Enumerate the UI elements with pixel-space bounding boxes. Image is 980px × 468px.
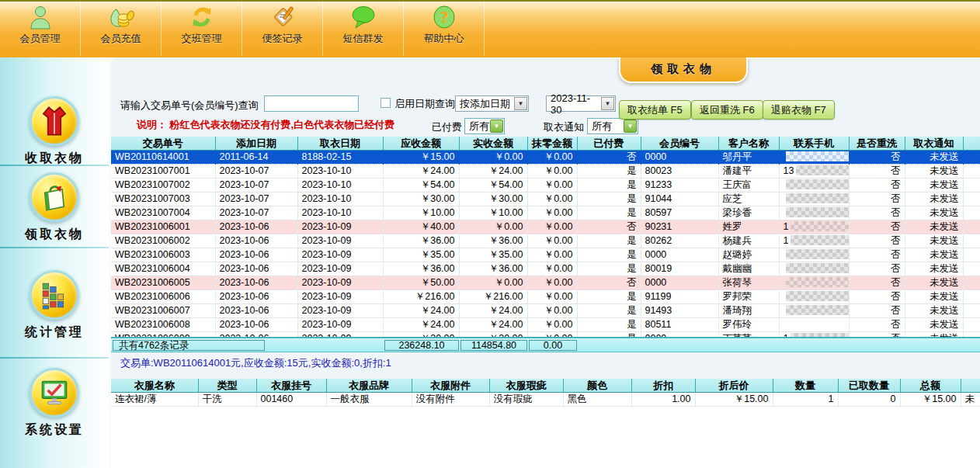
chevron-down-icon: ▼	[514, 97, 527, 110]
column-header[interactable]: 颜色	[563, 379, 631, 392]
table-row[interactable]: WB202310060072023-10-062023-10-09￥24.00￥…	[111, 303, 980, 317]
search-label: 请输入交易单号(会员编号)查询	[120, 99, 259, 113]
column-header[interactable]: 是否重洗	[849, 137, 905, 150]
phone-redacted	[786, 291, 850, 301]
date-mode-select[interactable]: 按添加日期 ▼	[455, 95, 529, 112]
column-header[interactable]: 类型	[198, 379, 256, 392]
table-row[interactable]: WB202310070022023-10-072023-10-10￥54.00￥…	[111, 178, 980, 192]
sidebar-divider	[0, 247, 109, 248]
column-header[interactable]: 总额	[900, 379, 961, 392]
toolbar-shift-management[interactable]: 交班管理	[162, 2, 242, 56]
date-picker[interactable]: 2023-11-30 ▼	[546, 95, 616, 112]
sidebar-item-system-settings[interactable]: 系统设置	[0, 360, 109, 439]
column-header[interactable]	[961, 379, 980, 392]
column-header[interactable]: 衣服附件	[412, 379, 489, 392]
column-header[interactable]: 实收金额	[459, 137, 527, 150]
column-header[interactable]: 衣服挂号	[256, 379, 326, 392]
selected-order-info: 交易单:WB20110614001元,应收金额:15元,实收金额:0,折扣:1	[120, 356, 391, 370]
chevron-down-icon: ▼	[601, 97, 614, 110]
table-row[interactable]: WB202310070042023-10-072023-10-10￥10.00￥…	[111, 206, 980, 220]
date-mode-value: 按添加日期	[460, 97, 510, 111]
column-header[interactable]: 取衣日期	[297, 137, 383, 150]
toolbar-help-center[interactable]: ? 帮助中心	[404, 2, 485, 56]
phone-redacted	[786, 179, 850, 189]
phone-redacted	[786, 193, 850, 203]
column-header[interactable]: 取衣通知	[905, 137, 963, 150]
shift-icon	[188, 4, 216, 30]
sidebar-item-label: 领取衣物	[25, 227, 84, 243]
column-header[interactable]: 衣服品牌	[326, 379, 412, 392]
top-banner: 会员管理 会员充值 交班管理 便签记录	[0, 0, 980, 57]
pickup-clothes-icon	[30, 172, 79, 222]
refund-clothes-button[interactable]: 退赔衣物 F7	[763, 100, 835, 120]
table-row[interactable]: WB202310060082023-10-062023-10-09￥24.00￥…	[111, 317, 980, 331]
table-row[interactable]: WB202310060092023-10-062023-10-09￥30.00￥…	[111, 331, 980, 338]
column-header[interactable]: 已取数量	[838, 379, 900, 392]
phone-redacted	[786, 277, 850, 287]
rewash-button[interactable]: 返回重洗 F6	[691, 100, 763, 120]
column-header[interactable]: 已付费	[577, 137, 641, 150]
notice-filter-value: 所有	[592, 120, 612, 133]
column-header[interactable]: 折扣	[631, 379, 695, 392]
main-panel: 请输入交易单号(会员编号)查询 说明： 粉红色代表衣物还没有付费,白色代表衣物已…	[111, 57, 980, 468]
bottom-background	[111, 407, 980, 468]
phone-redacted	[786, 151, 850, 161]
table-row[interactable]: WB202310060032023-10-062023-10-09￥35.00￥…	[111, 248, 980, 262]
table-row[interactable]: WB202310070012023-10-072023-10-10￥24.00￥…	[111, 164, 980, 178]
toolbar-member-recharge[interactable]: 会员充值	[81, 2, 162, 56]
notice-filter-select[interactable]: 所有 ▼	[587, 118, 638, 134]
date-value: 2023-11-30	[551, 92, 601, 116]
sidebar-divider	[0, 357, 109, 359]
paid-filter-label: 已付费	[432, 120, 462, 134]
help-icon: ?	[430, 4, 458, 30]
sidebar-item-statistics[interactable]: 统计管理	[0, 248, 109, 341]
table-row[interactable]: WB202310060042023-10-062023-10-09￥36.00￥…	[111, 262, 980, 276]
toolbar-member-management[interactable]: 会员管理	[0, 2, 81, 56]
sidebar-item-pickup-clothes[interactable]: 领取衣物	[0, 166, 109, 243]
column-header[interactable]: 折后价	[695, 379, 773, 392]
toolbar-item-label: 会员管理	[20, 32, 61, 46]
receive-clothes-icon	[30, 96, 79, 146]
column-header[interactable]: 交易单号	[111, 137, 215, 150]
toolbar-note-records[interactable]: 便签记录	[242, 2, 323, 56]
toolbar-item-label: 帮助中心	[424, 32, 464, 46]
table-row[interactable]: WB202310060022023-10-062023-10-09￥36.00￥…	[111, 234, 980, 248]
orders-table: 交易单号添加日期取衣日期应收金额实收金额抹零金额已付费会员编号客户名称联系手机是…	[111, 137, 980, 338]
search-input[interactable]	[264, 95, 359, 112]
phone-redacted	[791, 221, 849, 231]
table-row[interactable]: WB201106140012011-06-148188-02-15￥15.00￥…	[111, 150, 980, 164]
sidebar-item-receive-clothes[interactable]: 收取衣物	[0, 75, 109, 167]
table-row[interactable]: WB202310060012023-10-062023-10-09￥40.00￥…	[111, 220, 980, 234]
main-toolbar: 会员管理 会员充值 交班管理 便签记录	[0, 2, 485, 59]
table-row[interactable]: 连衣裙/薄干洗001460一般衣服没有附件没有瑕疵黑色1.00￥15.0010￥…	[111, 392, 980, 406]
paid-filter-select[interactable]: 所有 ▼	[464, 118, 505, 134]
table-row[interactable]: WB202310070032023-10-072023-10-10￥30.00￥…	[111, 192, 980, 206]
settings-icon	[30, 368, 79, 418]
enable-date-label: 启用日期查询	[394, 97, 455, 111]
column-header[interactable]: 抹零金额	[527, 137, 577, 150]
enable-date-checkbox[interactable]	[381, 98, 391, 108]
column-header[interactable]: 联系手机	[779, 137, 849, 150]
svg-text:?: ?	[440, 9, 448, 26]
column-header[interactable]	[963, 137, 980, 150]
paid-filter-value: 所有	[469, 120, 489, 133]
column-header[interactable]: 会员编号	[641, 137, 718, 150]
rounded-total: 0.00	[529, 340, 577, 351]
phone-redacted	[786, 305, 850, 315]
table-row[interactable]: WB202310060052023-10-062023-10-09￥50.00￥…	[111, 276, 980, 289]
column-header[interactable]: 应收金额	[383, 137, 459, 150]
column-header[interactable]: 添加日期	[215, 137, 297, 150]
column-header[interactable]: 数量	[773, 379, 838, 392]
column-header[interactable]: 衣服瑕疵	[489, 379, 563, 392]
note-icon	[269, 4, 297, 30]
chevron-down-icon: ▼	[490, 120, 503, 133]
column-header[interactable]: 客户名称	[718, 137, 779, 150]
toolbar-sms-broadcast[interactable]: 短信群发	[323, 2, 404, 56]
toolbar-item-label: 会员充值	[101, 32, 141, 46]
tab-pickup-clothes[interactable]: 领取衣物	[619, 57, 748, 83]
receivable-total: 236248.10	[384, 340, 459, 351]
settle-pickup-button[interactable]: 取衣结单 F5	[619, 100, 691, 120]
toolbar-item-label: 交班管理	[182, 32, 222, 46]
column-header[interactable]: 衣服名称	[111, 379, 198, 392]
table-row[interactable]: WB202310060062023-10-062023-10-09￥216.00…	[111, 289, 980, 303]
